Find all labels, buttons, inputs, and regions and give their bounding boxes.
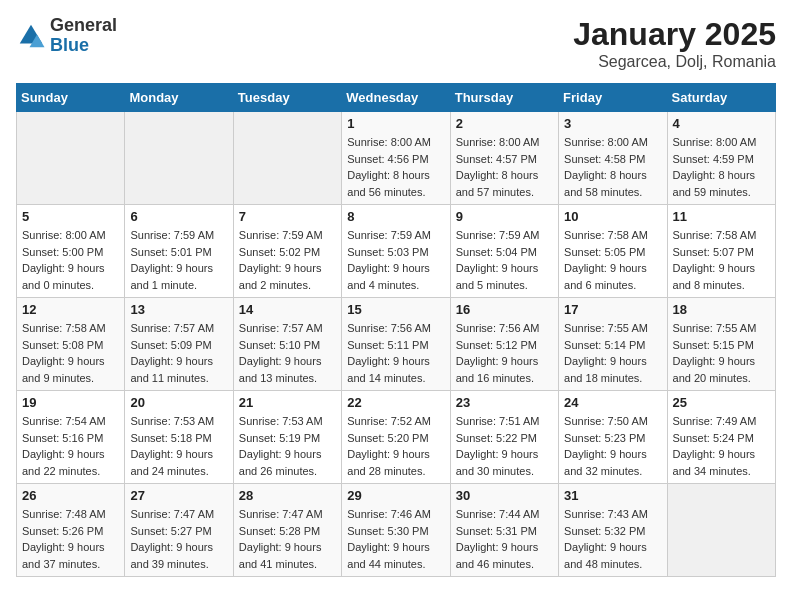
weekday-header-sunday: Sunday (17, 84, 125, 112)
day-number: 23 (456, 395, 553, 410)
day-info: Sunrise: 7:59 AMSunset: 5:01 PMDaylight:… (130, 227, 227, 293)
day-number: 5 (22, 209, 119, 224)
day-info: Sunrise: 7:48 AMSunset: 5:26 PMDaylight:… (22, 506, 119, 572)
day-info: Sunrise: 7:43 AMSunset: 5:32 PMDaylight:… (564, 506, 661, 572)
day-number: 2 (456, 116, 553, 131)
day-number: 12 (22, 302, 119, 317)
logo-blue-text: Blue (50, 35, 89, 55)
day-number: 3 (564, 116, 661, 131)
calendar-cell: 19Sunrise: 7:54 AMSunset: 5:16 PMDayligh… (17, 391, 125, 484)
calendar-cell: 31Sunrise: 7:43 AMSunset: 5:32 PMDayligh… (559, 484, 667, 577)
calendar-cell: 26Sunrise: 7:48 AMSunset: 5:26 PMDayligh… (17, 484, 125, 577)
calendar-cell (667, 484, 775, 577)
day-number: 1 (347, 116, 444, 131)
day-info: Sunrise: 7:58 AMSunset: 5:05 PMDaylight:… (564, 227, 661, 293)
weekday-header-monday: Monday (125, 84, 233, 112)
calendar-cell: 29Sunrise: 7:46 AMSunset: 5:30 PMDayligh… (342, 484, 450, 577)
calendar-week-3: 12Sunrise: 7:58 AMSunset: 5:08 PMDayligh… (17, 298, 776, 391)
day-number: 19 (22, 395, 119, 410)
day-info: Sunrise: 7:47 AMSunset: 5:28 PMDaylight:… (239, 506, 336, 572)
day-info: Sunrise: 7:58 AMSunset: 5:08 PMDaylight:… (22, 320, 119, 386)
day-info: Sunrise: 7:57 AMSunset: 5:09 PMDaylight:… (130, 320, 227, 386)
weekday-header-thursday: Thursday (450, 84, 558, 112)
day-info: Sunrise: 7:55 AMSunset: 5:14 PMDaylight:… (564, 320, 661, 386)
day-info: Sunrise: 8:00 AMSunset: 4:58 PMDaylight:… (564, 134, 661, 200)
day-info: Sunrise: 7:59 AMSunset: 5:04 PMDaylight:… (456, 227, 553, 293)
calendar-cell: 11Sunrise: 7:58 AMSunset: 5:07 PMDayligh… (667, 205, 775, 298)
day-number: 21 (239, 395, 336, 410)
day-info: Sunrise: 7:59 AMSunset: 5:02 PMDaylight:… (239, 227, 336, 293)
day-number: 13 (130, 302, 227, 317)
calendar-cell: 13Sunrise: 7:57 AMSunset: 5:09 PMDayligh… (125, 298, 233, 391)
day-number: 20 (130, 395, 227, 410)
day-number: 7 (239, 209, 336, 224)
day-info: Sunrise: 7:52 AMSunset: 5:20 PMDaylight:… (347, 413, 444, 479)
day-info: Sunrise: 7:46 AMSunset: 5:30 PMDaylight:… (347, 506, 444, 572)
day-info: Sunrise: 7:51 AMSunset: 5:22 PMDaylight:… (456, 413, 553, 479)
day-number: 31 (564, 488, 661, 503)
day-info: Sunrise: 8:00 AMSunset: 4:56 PMDaylight:… (347, 134, 444, 200)
day-info: Sunrise: 7:53 AMSunset: 5:18 PMDaylight:… (130, 413, 227, 479)
weekday-header-friday: Friday (559, 84, 667, 112)
calendar-table: SundayMondayTuesdayWednesdayThursdayFrid… (16, 83, 776, 577)
calendar-cell: 27Sunrise: 7:47 AMSunset: 5:27 PMDayligh… (125, 484, 233, 577)
calendar-cell: 30Sunrise: 7:44 AMSunset: 5:31 PMDayligh… (450, 484, 558, 577)
calendar-cell: 14Sunrise: 7:57 AMSunset: 5:10 PMDayligh… (233, 298, 341, 391)
day-info: Sunrise: 7:56 AMSunset: 5:12 PMDaylight:… (456, 320, 553, 386)
calendar-cell: 3Sunrise: 8:00 AMSunset: 4:58 PMDaylight… (559, 112, 667, 205)
day-number: 8 (347, 209, 444, 224)
logo-icon (16, 21, 46, 51)
calendar-cell: 2Sunrise: 8:00 AMSunset: 4:57 PMDaylight… (450, 112, 558, 205)
calendar-cell: 15Sunrise: 7:56 AMSunset: 5:11 PMDayligh… (342, 298, 450, 391)
calendar-cell: 4Sunrise: 8:00 AMSunset: 4:59 PMDaylight… (667, 112, 775, 205)
day-number: 16 (456, 302, 553, 317)
day-info: Sunrise: 7:53 AMSunset: 5:19 PMDaylight:… (239, 413, 336, 479)
calendar-cell: 17Sunrise: 7:55 AMSunset: 5:14 PMDayligh… (559, 298, 667, 391)
day-info: Sunrise: 8:00 AMSunset: 5:00 PMDaylight:… (22, 227, 119, 293)
day-number: 25 (673, 395, 770, 410)
logo-general-text: General (50, 15, 117, 35)
day-info: Sunrise: 8:00 AMSunset: 4:57 PMDaylight:… (456, 134, 553, 200)
day-info: Sunrise: 7:58 AMSunset: 5:07 PMDaylight:… (673, 227, 770, 293)
day-number: 28 (239, 488, 336, 503)
calendar-cell: 10Sunrise: 7:58 AMSunset: 5:05 PMDayligh… (559, 205, 667, 298)
day-number: 9 (456, 209, 553, 224)
calendar-cell: 22Sunrise: 7:52 AMSunset: 5:20 PMDayligh… (342, 391, 450, 484)
calendar-cell: 12Sunrise: 7:58 AMSunset: 5:08 PMDayligh… (17, 298, 125, 391)
calendar-week-2: 5Sunrise: 8:00 AMSunset: 5:00 PMDaylight… (17, 205, 776, 298)
day-number: 29 (347, 488, 444, 503)
logo: General Blue (16, 16, 117, 56)
weekday-header-tuesday: Tuesday (233, 84, 341, 112)
calendar-week-5: 26Sunrise: 7:48 AMSunset: 5:26 PMDayligh… (17, 484, 776, 577)
day-number: 17 (564, 302, 661, 317)
calendar-title: January 2025 (573, 16, 776, 53)
day-info: Sunrise: 7:49 AMSunset: 5:24 PMDaylight:… (673, 413, 770, 479)
day-number: 26 (22, 488, 119, 503)
calendar-week-1: 1Sunrise: 8:00 AMSunset: 4:56 PMDaylight… (17, 112, 776, 205)
weekday-header-row: SundayMondayTuesdayWednesdayThursdayFrid… (17, 84, 776, 112)
calendar-cell: 28Sunrise: 7:47 AMSunset: 5:28 PMDayligh… (233, 484, 341, 577)
day-number: 10 (564, 209, 661, 224)
calendar-subtitle: Segarcea, Dolj, Romania (573, 53, 776, 71)
day-number: 15 (347, 302, 444, 317)
day-info: Sunrise: 8:00 AMSunset: 4:59 PMDaylight:… (673, 134, 770, 200)
day-number: 6 (130, 209, 227, 224)
calendar-cell (125, 112, 233, 205)
day-info: Sunrise: 7:55 AMSunset: 5:15 PMDaylight:… (673, 320, 770, 386)
day-number: 4 (673, 116, 770, 131)
title-block: January 2025 Segarcea, Dolj, Romania (573, 16, 776, 71)
calendar-cell: 1Sunrise: 8:00 AMSunset: 4:56 PMDaylight… (342, 112, 450, 205)
day-number: 11 (673, 209, 770, 224)
day-number: 24 (564, 395, 661, 410)
day-number: 14 (239, 302, 336, 317)
calendar-cell: 20Sunrise: 7:53 AMSunset: 5:18 PMDayligh… (125, 391, 233, 484)
day-info: Sunrise: 7:47 AMSunset: 5:27 PMDaylight:… (130, 506, 227, 572)
day-info: Sunrise: 7:56 AMSunset: 5:11 PMDaylight:… (347, 320, 444, 386)
calendar-cell: 5Sunrise: 8:00 AMSunset: 5:00 PMDaylight… (17, 205, 125, 298)
calendar-week-4: 19Sunrise: 7:54 AMSunset: 5:16 PMDayligh… (17, 391, 776, 484)
calendar-cell (17, 112, 125, 205)
day-info: Sunrise: 7:44 AMSunset: 5:31 PMDaylight:… (456, 506, 553, 572)
calendar-cell: 8Sunrise: 7:59 AMSunset: 5:03 PMDaylight… (342, 205, 450, 298)
page-header: General Blue January 2025 Segarcea, Dolj… (16, 16, 776, 71)
day-number: 30 (456, 488, 553, 503)
